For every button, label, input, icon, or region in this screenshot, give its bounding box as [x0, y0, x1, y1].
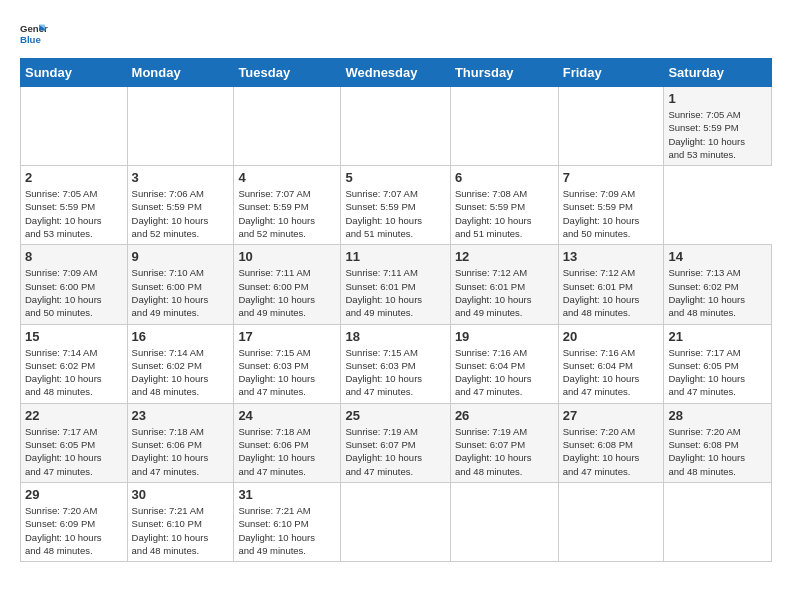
calendar-cell: 8Sunrise: 7:09 AMSunset: 6:00 PMDaylight… [21, 245, 128, 324]
day-info: Sunrise: 7:19 AMSunset: 6:07 PMDaylight:… [345, 425, 445, 478]
day-info: Sunrise: 7:06 AMSunset: 5:59 PMDaylight:… [132, 187, 230, 240]
day-info: Sunrise: 7:20 AMSunset: 6:09 PMDaylight:… [25, 504, 123, 557]
day-number: 26 [455, 408, 554, 423]
day-info: Sunrise: 7:12 AMSunset: 6:01 PMDaylight:… [563, 266, 660, 319]
day-number: 21 [668, 329, 767, 344]
day-number: 24 [238, 408, 336, 423]
day-number: 10 [238, 249, 336, 264]
day-info: Sunrise: 7:16 AMSunset: 6:04 PMDaylight:… [563, 346, 660, 399]
day-number: 14 [668, 249, 767, 264]
calendar-cell: 17Sunrise: 7:15 AMSunset: 6:03 PMDayligh… [234, 324, 341, 403]
day-number: 23 [132, 408, 230, 423]
calendar-table: SundayMondayTuesdayWednesdayThursdayFrid… [20, 58, 772, 562]
day-number: 7 [563, 170, 660, 185]
day-number: 2 [25, 170, 123, 185]
day-info: Sunrise: 7:08 AMSunset: 5:59 PMDaylight:… [455, 187, 554, 240]
weekday-header-thursday: Thursday [450, 59, 558, 87]
day-info: Sunrise: 7:09 AMSunset: 5:59 PMDaylight:… [563, 187, 660, 240]
day-info: Sunrise: 7:19 AMSunset: 6:07 PMDaylight:… [455, 425, 554, 478]
calendar-cell: 19Sunrise: 7:16 AMSunset: 6:04 PMDayligh… [450, 324, 558, 403]
weekday-header-row: SundayMondayTuesdayWednesdayThursdayFrid… [21, 59, 772, 87]
calendar-cell: 11Sunrise: 7:11 AMSunset: 6:01 PMDayligh… [341, 245, 450, 324]
calendar-cell: 5Sunrise: 7:07 AMSunset: 5:59 PMDaylight… [341, 166, 450, 245]
day-number: 20 [563, 329, 660, 344]
calendar-week-4: 22Sunrise: 7:17 AMSunset: 6:05 PMDayligh… [21, 403, 772, 482]
day-info: Sunrise: 7:12 AMSunset: 6:01 PMDaylight:… [455, 266, 554, 319]
calendar-cell [664, 482, 772, 561]
calendar-cell: 13Sunrise: 7:12 AMSunset: 6:01 PMDayligh… [558, 245, 664, 324]
calendar-cell: 4Sunrise: 7:07 AMSunset: 5:59 PMDaylight… [234, 166, 341, 245]
day-info: Sunrise: 7:14 AMSunset: 6:02 PMDaylight:… [132, 346, 230, 399]
day-number: 16 [132, 329, 230, 344]
day-number: 30 [132, 487, 230, 502]
day-info: Sunrise: 7:15 AMSunset: 6:03 PMDaylight:… [238, 346, 336, 399]
calendar-cell: 7Sunrise: 7:09 AMSunset: 5:59 PMDaylight… [558, 166, 664, 245]
calendar-cell: 27Sunrise: 7:20 AMSunset: 6:08 PMDayligh… [558, 403, 664, 482]
weekday-header-sunday: Sunday [21, 59, 128, 87]
day-number: 17 [238, 329, 336, 344]
day-info: Sunrise: 7:13 AMSunset: 6:02 PMDaylight:… [668, 266, 767, 319]
day-info: Sunrise: 7:20 AMSunset: 6:08 PMDaylight:… [668, 425, 767, 478]
day-number: 4 [238, 170, 336, 185]
calendar-cell: 24Sunrise: 7:18 AMSunset: 6:06 PMDayligh… [234, 403, 341, 482]
calendar-cell: 25Sunrise: 7:19 AMSunset: 6:07 PMDayligh… [341, 403, 450, 482]
day-info: Sunrise: 7:17 AMSunset: 6:05 PMDaylight:… [668, 346, 767, 399]
logo: General Blue [20, 20, 48, 48]
calendar-cell: 10Sunrise: 7:11 AMSunset: 6:00 PMDayligh… [234, 245, 341, 324]
calendar-cell: 21Sunrise: 7:17 AMSunset: 6:05 PMDayligh… [664, 324, 772, 403]
calendar-week-5: 29Sunrise: 7:20 AMSunset: 6:09 PMDayligh… [21, 482, 772, 561]
calendar-cell: 31Sunrise: 7:21 AMSunset: 6:10 PMDayligh… [234, 482, 341, 561]
day-info: Sunrise: 7:21 AMSunset: 6:10 PMDaylight:… [238, 504, 336, 557]
day-info: Sunrise: 7:15 AMSunset: 6:03 PMDaylight:… [345, 346, 445, 399]
logo-icon: General Blue [20, 20, 48, 48]
calendar-cell [450, 482, 558, 561]
day-number: 5 [345, 170, 445, 185]
calendar-cell [341, 482, 450, 561]
day-info: Sunrise: 7:14 AMSunset: 6:02 PMDaylight:… [25, 346, 123, 399]
svg-text:Blue: Blue [20, 34, 41, 45]
weekday-header-monday: Monday [127, 59, 234, 87]
calendar-cell: 9Sunrise: 7:10 AMSunset: 6:00 PMDaylight… [127, 245, 234, 324]
day-info: Sunrise: 7:16 AMSunset: 6:04 PMDaylight:… [455, 346, 554, 399]
day-number: 9 [132, 249, 230, 264]
calendar-cell: 12Sunrise: 7:12 AMSunset: 6:01 PMDayligh… [450, 245, 558, 324]
day-number: 11 [345, 249, 445, 264]
day-number: 28 [668, 408, 767, 423]
day-number: 19 [455, 329, 554, 344]
calendar-cell [558, 482, 664, 561]
day-number: 3 [132, 170, 230, 185]
calendar-cell [127, 87, 234, 166]
day-info: Sunrise: 7:09 AMSunset: 6:00 PMDaylight:… [25, 266, 123, 319]
day-number: 1 [668, 91, 767, 106]
day-info: Sunrise: 7:05 AMSunset: 5:59 PMDaylight:… [25, 187, 123, 240]
calendar-cell [450, 87, 558, 166]
day-number: 12 [455, 249, 554, 264]
day-number: 13 [563, 249, 660, 264]
calendar-cell: 20Sunrise: 7:16 AMSunset: 6:04 PMDayligh… [558, 324, 664, 403]
day-info: Sunrise: 7:18 AMSunset: 6:06 PMDaylight:… [132, 425, 230, 478]
calendar-week-2: 8Sunrise: 7:09 AMSunset: 6:00 PMDaylight… [21, 245, 772, 324]
calendar-body: 1Sunrise: 7:05 AMSunset: 5:59 PMDaylight… [21, 87, 772, 562]
day-info: Sunrise: 7:07 AMSunset: 5:59 PMDaylight:… [238, 187, 336, 240]
day-number: 18 [345, 329, 445, 344]
calendar-cell: 18Sunrise: 7:15 AMSunset: 6:03 PMDayligh… [341, 324, 450, 403]
page-header: General Blue [20, 20, 772, 48]
calendar-week-0: 1Sunrise: 7:05 AMSunset: 5:59 PMDaylight… [21, 87, 772, 166]
calendar-cell [21, 87, 128, 166]
calendar-cell: 1Sunrise: 7:05 AMSunset: 5:59 PMDaylight… [664, 87, 772, 166]
calendar-cell: 15Sunrise: 7:14 AMSunset: 6:02 PMDayligh… [21, 324, 128, 403]
day-number: 8 [25, 249, 123, 264]
calendar-cell: 2Sunrise: 7:05 AMSunset: 5:59 PMDaylight… [21, 166, 128, 245]
calendar-cell: 22Sunrise: 7:17 AMSunset: 6:05 PMDayligh… [21, 403, 128, 482]
day-info: Sunrise: 7:07 AMSunset: 5:59 PMDaylight:… [345, 187, 445, 240]
calendar-cell: 23Sunrise: 7:18 AMSunset: 6:06 PMDayligh… [127, 403, 234, 482]
calendar-cell: 16Sunrise: 7:14 AMSunset: 6:02 PMDayligh… [127, 324, 234, 403]
calendar-cell: 3Sunrise: 7:06 AMSunset: 5:59 PMDaylight… [127, 166, 234, 245]
day-number: 27 [563, 408, 660, 423]
day-number: 25 [345, 408, 445, 423]
calendar-cell: 28Sunrise: 7:20 AMSunset: 6:08 PMDayligh… [664, 403, 772, 482]
calendar-cell: 30Sunrise: 7:21 AMSunset: 6:10 PMDayligh… [127, 482, 234, 561]
weekday-header-friday: Friday [558, 59, 664, 87]
day-info: Sunrise: 7:21 AMSunset: 6:10 PMDaylight:… [132, 504, 230, 557]
day-info: Sunrise: 7:05 AMSunset: 5:59 PMDaylight:… [668, 108, 767, 161]
